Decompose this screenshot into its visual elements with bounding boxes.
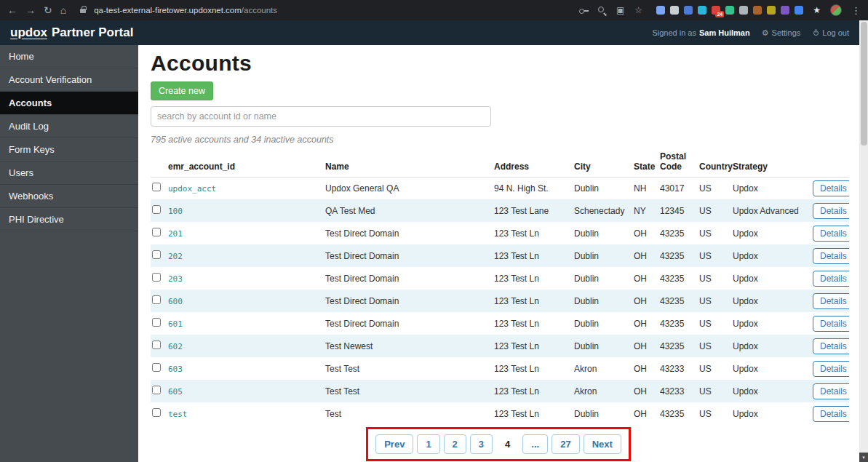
extension-icon[interactable] [684,6,693,15]
sidebar-item-account-verification[interactable]: Account Verification [0,68,138,92]
row-checkbox[interactable] [152,228,161,236]
create-new-button[interactable]: Create new [151,81,213,100]
extension-icon[interactable] [670,6,679,15]
col-country: Country [699,151,733,177]
sidebar-item-accounts[interactable]: Accounts [0,92,138,115]
details-button[interactable]: Details [813,406,849,422]
sidebar-item-users[interactable]: Users [0,162,138,185]
sidebar-item-home[interactable]: Home [0,45,138,68]
row-checkbox[interactable] [152,183,161,191]
account-id-link[interactable]: updox_acct [168,184,216,194]
sidebar: HomeAccount VerificationAccountsAudit Lo… [0,45,138,462]
key-icon[interactable] [578,5,589,16]
reload-icon[interactable]: ↻ [44,5,52,15]
details-button[interactable]: Details [813,293,849,309]
details-button[interactable]: Details [813,338,849,354]
main-content: Accounts Create new 795 active accounts … [138,45,859,462]
pagination-prev[interactable]: Prev [375,434,413,454]
scrollbar-thumb[interactable] [861,22,867,146]
extension-icon[interactable] [656,6,665,15]
home-icon[interactable]: ⌂ [60,5,66,15]
extension-icon[interactable]: 24 [712,6,720,15]
table-row: 601 Test Direct Domain 123 Test Ln Dubli… [151,312,849,335]
account-id-link[interactable]: 602 [168,342,183,351]
pagination-page-1[interactable]: 1 [417,434,439,454]
details-button[interactable]: Details [813,226,849,242]
cell-country: US [699,335,733,357]
zoom-icon[interactable] [597,5,608,16]
address-bar[interactable]: qa-test-external-firetower.updoxnet.com/… [94,6,277,15]
sidebar-item-phi-directive[interactable]: PHI Directive [0,208,138,231]
search-input[interactable] [151,106,491,127]
account-id-link[interactable]: 201 [168,229,183,239]
cell-postal: 43235 [660,244,699,267]
cell-address: 123 Test Ln [494,312,574,335]
account-id-link[interactable]: 601 [168,319,183,329]
extension-icon[interactable] [767,6,776,15]
extension-icon[interactable] [698,6,706,15]
account-id-link[interactable]: 203 [168,274,183,284]
account-id-link[interactable]: 100 [168,207,183,216]
cell-name: Test Direct Domain [325,290,494,312]
pagination-page-2[interactable]: 2 [444,434,466,454]
brand-logo[interactable]: updox Partner Portal [10,25,133,40]
cell-city: Dublin [574,177,634,199]
pagination-page-27[interactable]: 27 [552,434,579,454]
pagination-page-3[interactable]: 3 [470,434,493,454]
settings-link[interactable]: ⚙Settings [762,28,801,38]
extension-icon[interactable] [795,6,803,15]
details-button[interactable]: Details [813,180,849,196]
row-checkbox[interactable] [152,295,161,304]
details-button[interactable]: Details [813,316,849,332]
row-checkbox[interactable] [152,250,161,259]
row-checkbox[interactable] [152,386,161,394]
scrollbar-down-button[interactable]: ▼ [859,453,868,462]
pagination-page-4[interactable]: 4 [496,434,519,454]
col-state: State [634,151,660,177]
details-button[interactable]: Details [813,271,849,287]
forward-icon[interactable]: → [25,5,36,15]
sidebar-item-form-keys[interactable]: Form Keys [0,138,138,162]
browser-menu-icon[interactable]: ⋮ [851,5,861,16]
cell-strategy: Updox Advanced [733,199,813,222]
star-icon[interactable]: ☆ [633,5,644,16]
cell-city: Dublin [574,267,634,290]
cell-strategy: Updox [733,267,813,290]
screenshot-icon[interactable]: ▣ [615,5,626,16]
account-id-link[interactable]: 603 [168,365,183,374]
details-button[interactable]: Details [813,383,849,399]
row-checkbox[interactable] [152,340,161,349]
row-checkbox[interactable] [152,273,161,282]
sidebar-item-label: Home [9,51,34,62]
logout-link[interactable]: Log out [812,28,849,37]
account-id-link[interactable]: 600 [168,297,183,306]
account-id-link[interactable]: 605 [168,387,183,397]
row-checkbox[interactable] [152,318,161,327]
extension-icon[interactable] [781,6,789,15]
details-button[interactable]: Details [813,248,849,264]
account-id-link[interactable]: test [168,410,188,419]
row-checkbox[interactable] [152,205,161,214]
bookmark-star-icon[interactable]: ★ [813,5,821,15]
pagination-ellipsis[interactable]: ... [522,434,548,454]
scrollbar[interactable]: ▼ [859,20,868,462]
extension-icon[interactable] [753,6,762,15]
accounts-table: emr_account_id Name Address City State P… [151,151,849,425]
cell-address: 123 Test Ln [494,380,574,402]
details-button[interactable]: Details [813,203,849,219]
sidebar-item-audit-log[interactable]: Audit Log [0,115,138,138]
extension-badge: 24 [715,11,724,17]
row-checkbox[interactable] [152,408,161,417]
sidebar-item-webhooks[interactable]: Webhooks [0,185,138,208]
profile-avatar-icon[interactable] [830,4,842,16]
extension-icon[interactable] [725,6,734,15]
row-checkbox[interactable] [152,363,161,372]
cell-strategy: Updox [733,177,813,199]
details-button[interactable]: Details [813,361,849,377]
pagination-next[interactable]: Next [584,434,621,454]
signed-in-user: Sam Huilman [699,28,750,37]
cell-state: OH [634,290,660,312]
back-icon[interactable]: ← [7,5,17,15]
account-id-link[interactable]: 202 [168,252,183,261]
extension-icon[interactable] [739,6,748,15]
